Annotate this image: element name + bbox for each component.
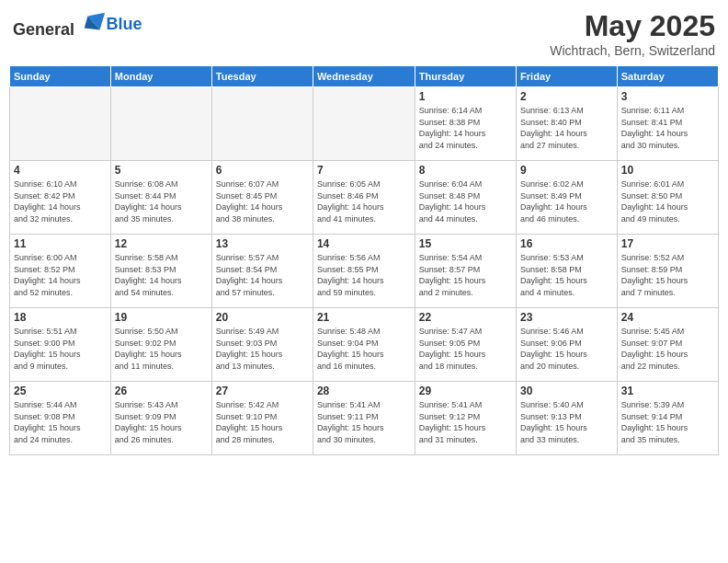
day-info: Sunrise: 6:08 AM Sunset: 8:44 PM Dayligh… (115, 178, 208, 224)
calendar-cell: 30Sunrise: 5:40 AM Sunset: 9:13 PM Dayli… (517, 382, 618, 455)
day-number: 20 (216, 311, 309, 324)
day-number: 21 (317, 311, 411, 324)
calendar-cell: 8Sunrise: 6:04 AM Sunset: 8:48 PM Daylig… (415, 161, 516, 235)
week-row-5: 25Sunrise: 5:44 AM Sunset: 9:08 PM Dayli… (10, 382, 719, 455)
weekday-header-row: SundayMondayTuesdayWednesdayThursdayFrid… (10, 66, 719, 87)
day-number: 22 (419, 311, 512, 324)
day-number: 3 (621, 90, 714, 103)
calendar-cell: 17Sunrise: 5:52 AM Sunset: 8:59 PM Dayli… (617, 235, 718, 308)
title-block: May 2025 Wichtrach, Bern, Switzerland (550, 9, 715, 58)
calendar-cell: 28Sunrise: 5:41 AM Sunset: 9:11 PM Dayli… (313, 382, 415, 455)
day-number: 23 (520, 311, 613, 324)
day-number: 16 (520, 237, 613, 250)
day-number: 6 (216, 164, 309, 177)
calendar-cell (10, 87, 111, 161)
day-info: Sunrise: 5:43 AM Sunset: 9:09 PM Dayligh… (115, 399, 208, 445)
calendar-cell: 16Sunrise: 5:53 AM Sunset: 8:58 PM Dayli… (517, 235, 618, 308)
day-info: Sunrise: 6:13 AM Sunset: 8:40 PM Dayligh… (520, 105, 613, 151)
day-info: Sunrise: 5:51 AM Sunset: 9:00 PM Dayligh… (14, 326, 107, 372)
day-info: Sunrise: 5:54 AM Sunset: 8:57 PM Dayligh… (419, 252, 512, 298)
day-info: Sunrise: 5:57 AM Sunset: 8:54 PM Dayligh… (216, 252, 309, 298)
calendar-cell: 14Sunrise: 5:56 AM Sunset: 8:55 PM Dayli… (313, 235, 415, 308)
day-info: Sunrise: 5:41 AM Sunset: 9:12 PM Dayligh… (419, 399, 512, 445)
day-number: 13 (216, 237, 309, 250)
calendar-cell: 15Sunrise: 5:54 AM Sunset: 8:57 PM Dayli… (415, 235, 516, 308)
weekday-header-friday: Friday (517, 66, 618, 87)
day-number: 2 (520, 90, 613, 103)
calendar-cell (211, 87, 313, 161)
day-number: 18 (14, 311, 107, 324)
day-number: 10 (621, 164, 714, 177)
day-info: Sunrise: 5:40 AM Sunset: 9:13 PM Dayligh… (520, 399, 613, 445)
calendar-cell: 20Sunrise: 5:49 AM Sunset: 9:03 PM Dayli… (211, 308, 313, 382)
day-info: Sunrise: 5:45 AM Sunset: 9:07 PM Dayligh… (621, 326, 714, 372)
day-number: 15 (419, 237, 512, 250)
calendar-cell: 24Sunrise: 5:45 AM Sunset: 9:07 PM Dayli… (617, 308, 718, 382)
day-number: 19 (115, 311, 208, 324)
calendar-cell: 27Sunrise: 5:42 AM Sunset: 9:10 PM Dayli… (211, 382, 313, 455)
day-number: 7 (317, 164, 411, 177)
day-info: Sunrise: 5:49 AM Sunset: 9:03 PM Dayligh… (216, 326, 309, 372)
day-number: 25 (14, 385, 107, 397)
calendar-cell: 22Sunrise: 5:47 AM Sunset: 9:05 PM Dayli… (415, 308, 516, 382)
week-row-4: 18Sunrise: 5:51 AM Sunset: 9:00 PM Dayli… (10, 308, 719, 382)
calendar-table: SundayMondayTuesdayWednesdayThursdayFrid… (9, 65, 719, 455)
day-info: Sunrise: 6:01 AM Sunset: 8:50 PM Dayligh… (621, 178, 714, 224)
calendar-cell: 10Sunrise: 6:01 AM Sunset: 8:50 PM Dayli… (617, 161, 718, 235)
day-number: 26 (115, 385, 208, 397)
calendar-cell: 5Sunrise: 6:08 AM Sunset: 8:44 PM Daylig… (110, 161, 211, 235)
day-number: 17 (621, 237, 714, 250)
day-number: 9 (520, 164, 613, 177)
week-row-2: 4Sunrise: 6:10 AM Sunset: 8:42 PM Daylig… (10, 161, 719, 235)
day-number: 30 (520, 385, 613, 397)
weekday-header-saturday: Saturday (617, 66, 718, 87)
day-number: 27 (216, 385, 309, 397)
day-number: 11 (14, 237, 107, 250)
day-info: Sunrise: 5:50 AM Sunset: 9:02 PM Dayligh… (115, 326, 208, 372)
day-info: Sunrise: 5:41 AM Sunset: 9:11 PM Dayligh… (317, 399, 411, 445)
day-info: Sunrise: 5:39 AM Sunset: 9:14 PM Dayligh… (621, 399, 714, 445)
day-info: Sunrise: 5:42 AM Sunset: 9:10 PM Dayligh… (216, 399, 309, 445)
logo-icon (81, 9, 107, 35)
day-number: 12 (115, 237, 208, 250)
calendar-cell: 26Sunrise: 5:43 AM Sunset: 9:09 PM Dayli… (110, 382, 211, 455)
day-info: Sunrise: 6:04 AM Sunset: 8:48 PM Dayligh… (419, 178, 512, 224)
day-info: Sunrise: 5:48 AM Sunset: 9:04 PM Dayligh… (317, 326, 411, 372)
day-info: Sunrise: 6:11 AM Sunset: 8:41 PM Dayligh… (621, 105, 714, 151)
calendar-cell: 9Sunrise: 6:02 AM Sunset: 8:49 PM Daylig… (517, 161, 618, 235)
day-number: 28 (317, 385, 411, 397)
day-number: 4 (14, 164, 107, 177)
calendar-cell: 2Sunrise: 6:13 AM Sunset: 8:40 PM Daylig… (517, 87, 618, 161)
logo-general: General (13, 20, 74, 39)
logo: General Blue (13, 9, 142, 40)
calendar-cell: 25Sunrise: 5:44 AM Sunset: 9:08 PM Dayli… (10, 382, 111, 455)
day-number: 24 (621, 311, 714, 324)
day-info: Sunrise: 5:47 AM Sunset: 9:05 PM Dayligh… (419, 326, 512, 372)
day-info: Sunrise: 5:53 AM Sunset: 8:58 PM Dayligh… (520, 252, 613, 298)
calendar-cell: 29Sunrise: 5:41 AM Sunset: 9:12 PM Dayli… (415, 382, 516, 455)
calendar-cell: 13Sunrise: 5:57 AM Sunset: 8:54 PM Dayli… (211, 235, 313, 308)
day-info: Sunrise: 6:00 AM Sunset: 8:52 PM Dayligh… (14, 252, 107, 298)
day-number: 1 (419, 90, 512, 103)
day-info: Sunrise: 6:07 AM Sunset: 8:45 PM Dayligh… (216, 178, 309, 224)
day-number: 31 (621, 385, 714, 397)
weekday-header-monday: Monday (110, 66, 211, 87)
day-info: Sunrise: 6:10 AM Sunset: 8:42 PM Dayligh… (14, 178, 107, 224)
calendar-cell: 7Sunrise: 6:05 AM Sunset: 8:46 PM Daylig… (313, 161, 415, 235)
page-header: General Blue May 2025 Wichtrach, Bern, S… (9, 9, 719, 58)
day-info: Sunrise: 5:56 AM Sunset: 8:55 PM Dayligh… (317, 252, 411, 298)
calendar-cell: 19Sunrise: 5:50 AM Sunset: 9:02 PM Dayli… (110, 308, 211, 382)
calendar-cell: 31Sunrise: 5:39 AM Sunset: 9:14 PM Dayli… (617, 382, 718, 455)
day-info: Sunrise: 5:46 AM Sunset: 9:06 PM Dayligh… (520, 326, 613, 372)
calendar-cell: 1Sunrise: 6:14 AM Sunset: 8:38 PM Daylig… (415, 87, 516, 161)
day-info: Sunrise: 5:52 AM Sunset: 8:59 PM Dayligh… (621, 252, 714, 298)
location-title: Wichtrach, Bern, Switzerland (550, 43, 715, 58)
day-info: Sunrise: 5:44 AM Sunset: 9:08 PM Dayligh… (14, 399, 107, 445)
calendar-cell: 4Sunrise: 6:10 AM Sunset: 8:42 PM Daylig… (10, 161, 111, 235)
weekday-header-sunday: Sunday (10, 66, 111, 87)
logo-blue: Blue (107, 15, 142, 33)
calendar-cell: 21Sunrise: 5:48 AM Sunset: 9:04 PM Dayli… (313, 308, 415, 382)
calendar-cell: 6Sunrise: 6:07 AM Sunset: 8:45 PM Daylig… (211, 161, 313, 235)
month-title: May 2025 (550, 9, 715, 43)
day-info: Sunrise: 6:02 AM Sunset: 8:49 PM Dayligh… (520, 178, 613, 224)
